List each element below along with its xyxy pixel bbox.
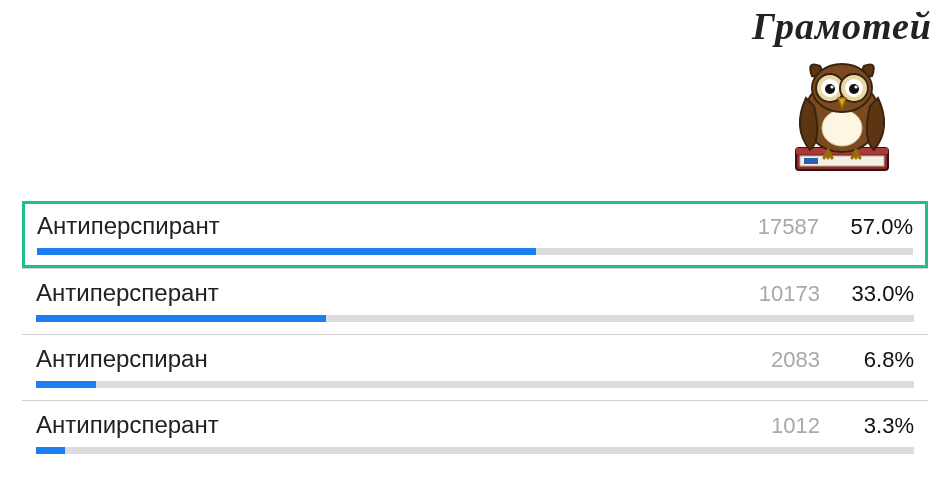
option-numbers: 10123.3% [771,413,914,439]
row-top: Антипирсперант10123.3% [36,411,914,439]
progress-track [36,315,914,322]
row-top: Антиперспиран20836.8% [36,345,914,373]
header: Грамотей [752,4,932,178]
option-label: Антиперспирант [37,212,220,240]
svg-point-11 [825,84,835,94]
option-numbers: 1017333.0% [759,281,914,307]
brand-title: Грамотей [752,4,932,48]
option-numbers: 20836.8% [771,347,914,373]
progress-fill [36,315,326,322]
svg-rect-3 [804,158,818,164]
poll-option-row[interactable]: Антиперспиран20836.8% [22,334,928,400]
svg-point-13 [830,85,833,88]
svg-point-5 [822,110,862,146]
svg-point-12 [849,84,859,94]
option-count: 10173 [759,281,820,307]
option-count: 2083 [771,347,820,373]
progress-fill [37,248,536,255]
option-percent: 3.3% [842,413,914,439]
progress-track [36,447,914,454]
progress-fill [36,447,65,454]
owl-mascot-icon [782,48,902,178]
poll-option-row[interactable]: Антиперсперант1017333.0% [22,268,928,334]
row-top: Антиперсперант1017333.0% [36,279,914,307]
option-label: Антипирсперант [36,411,219,439]
option-label: Антиперспиран [36,345,208,373]
option-numbers: 1758757.0% [758,214,913,240]
option-percent: 6.8% [842,347,914,373]
poll-option-row[interactable]: Антиперспирант1758757.0% [22,201,928,268]
option-percent: 57.0% [841,214,913,240]
progress-track [37,248,913,255]
option-count: 1012 [771,413,820,439]
row-top: Антиперспирант1758757.0% [37,212,913,240]
svg-point-14 [854,85,857,88]
progress-track [36,381,914,388]
option-count: 17587 [758,214,819,240]
progress-fill [36,381,96,388]
option-percent: 33.0% [842,281,914,307]
poll-option-row[interactable]: Антипирсперант10123.3% [22,400,928,466]
poll-results: Антиперспирант1758757.0%Антиперсперант10… [22,202,928,466]
option-label: Антиперсперант [36,279,219,307]
